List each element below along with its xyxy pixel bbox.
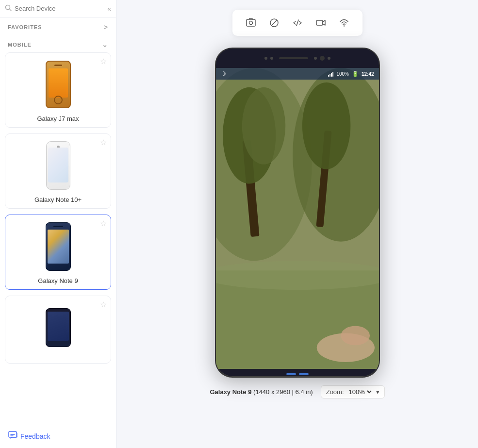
favorites-label: FAVORITES bbox=[8, 24, 42, 30]
mobile-collapse-icon[interactable]: ⌄ bbox=[102, 41, 108, 49]
device-toolbar bbox=[232, 10, 363, 36]
phone-frame: ☽ 100% 🔋 12:42 bbox=[215, 48, 380, 378]
zoom-label: Zoom: bbox=[326, 388, 344, 396]
svg-rect-3 bbox=[247, 19, 255, 26]
favorite-star-s8[interactable]: ☆ bbox=[100, 300, 107, 309]
moon-icon: ☽ bbox=[221, 70, 226, 77]
favorite-star-note9[interactable]: ☆ bbox=[100, 219, 107, 228]
battery-percent: 100% bbox=[336, 71, 349, 77]
svg-point-19 bbox=[341, 326, 370, 346]
phone-image-note10 bbox=[44, 139, 73, 192]
sensor-dot-2 bbox=[270, 57, 273, 60]
screen-record-button[interactable] bbox=[310, 14, 331, 32]
svg-point-15 bbox=[302, 83, 350, 169]
device-card-galaxy-j7-max[interactable]: ☆ Galaxy J7 max bbox=[5, 52, 111, 128]
main-content: ☽ 100% 🔋 12:42 bbox=[116, 0, 478, 448]
device-name-j7: Galaxy J7 max bbox=[37, 115, 79, 122]
collapse-sidebar-button[interactable]: « bbox=[107, 5, 111, 13]
device-card-galaxy-s8[interactable]: ☆ bbox=[5, 296, 111, 364]
device-name-note9: Galaxy Note 9 bbox=[38, 277, 78, 284]
svg-line-1 bbox=[10, 9, 12, 11]
zoom-control[interactable]: Zoom: 100% 50% 75% 125% 150% ▾ bbox=[321, 385, 385, 398]
phone-image-note9 bbox=[44, 220, 73, 273]
battery-icon: 🔋 bbox=[352, 71, 359, 77]
sidebar: « FAVORITES > MOBILE ⌄ ☆ Galaxy J7 max ☆ bbox=[0, 0, 116, 448]
svg-point-7 bbox=[343, 25, 344, 26]
mobile-label: MOBILE bbox=[8, 42, 32, 48]
favorites-expand-icon[interactable]: > bbox=[104, 23, 108, 31]
signal-bars bbox=[328, 71, 333, 77]
status-bar-right: 100% 🔋 12:42 bbox=[328, 71, 374, 77]
bottom-info-bar: Galaxy Note 9 (1440 x 2960 | 6.4 in) Zoo… bbox=[210, 385, 384, 398]
mobile-section-header: MOBILE ⌄ bbox=[0, 35, 116, 52]
device-name-note10: Galaxy Note 10+ bbox=[34, 196, 82, 203]
status-bar: ☽ 100% 🔋 12:42 bbox=[216, 68, 379, 80]
bottom-indicator-right bbox=[299, 373, 309, 375]
sensor-dot-4 bbox=[328, 57, 330, 60]
signal-bar-3 bbox=[331, 73, 332, 77]
device-info: Galaxy Note 9 (1440 x 2960 | 6.4 in) bbox=[210, 388, 313, 396]
sensor-dot-3 bbox=[314, 57, 317, 60]
phone-container: ☽ 100% 🔋 12:42 bbox=[215, 48, 380, 378]
signal-bar-1 bbox=[328, 75, 329, 77]
signal-bar-2 bbox=[330, 74, 330, 77]
feedback-label: Feedback bbox=[20, 432, 50, 440]
sidebar-footer: Feedback bbox=[0, 424, 116, 448]
wallpaper bbox=[216, 68, 379, 369]
front-camera bbox=[320, 56, 325, 61]
favorite-star-j7[interactable]: ☆ bbox=[100, 57, 107, 66]
svg-rect-6 bbox=[316, 20, 323, 25]
phone-image-s8 bbox=[44, 301, 73, 354]
search-icon bbox=[5, 4, 12, 13]
device-resolution-label: (1440 x 2960 | 6.4 in) bbox=[253, 388, 313, 396]
phone-sensors bbox=[264, 56, 330, 61]
inspect-button[interactable] bbox=[287, 14, 308, 32]
phone-screen[interactable]: ☽ 100% 🔋 12:42 bbox=[216, 68, 379, 369]
device-model-label: Galaxy Note 9 bbox=[210, 388, 251, 396]
zoom-chevron-icon: ▾ bbox=[376, 388, 379, 396]
rotate-block-button[interactable] bbox=[264, 14, 285, 32]
favorite-star-note10[interactable]: ☆ bbox=[100, 138, 107, 147]
status-time: 12:42 bbox=[362, 71, 374, 77]
svg-point-4 bbox=[249, 21, 252, 25]
search-bar[interactable]: « bbox=[0, 0, 116, 17]
phone-image-j7 bbox=[44, 58, 73, 111]
device-card-galaxy-note-10-plus[interactable]: ☆ Galaxy Note 10+ bbox=[5, 133, 111, 209]
feedback-icon bbox=[8, 430, 17, 442]
bottom-indicators bbox=[286, 373, 309, 375]
signal-bar-4 bbox=[332, 72, 333, 77]
bottom-indicator-left bbox=[286, 373, 296, 375]
svg-point-14 bbox=[242, 87, 285, 165]
sensor-dot-1 bbox=[264, 57, 267, 60]
zoom-select-input[interactable]: 100% 50% 75% 125% 150% bbox=[347, 388, 373, 396]
device-list: ☆ Galaxy J7 max ☆ Galaxy Note 10+ ☆ bbox=[0, 52, 116, 448]
svg-point-17 bbox=[216, 261, 379, 290]
phone-top-bezel bbox=[216, 49, 379, 68]
device-card-galaxy-note-9[interactable]: ☆ Galaxy Note 9 bbox=[5, 215, 111, 290]
favorites-section-header: FAVORITES > bbox=[0, 17, 116, 35]
feedback-button[interactable]: Feedback bbox=[8, 430, 50, 442]
speaker-bar bbox=[279, 57, 308, 59]
search-input[interactable] bbox=[15, 5, 107, 12]
screenshot-button[interactable] bbox=[240, 14, 262, 32]
status-bar-left: ☽ bbox=[221, 70, 226, 77]
network-button[interactable] bbox=[333, 14, 355, 32]
